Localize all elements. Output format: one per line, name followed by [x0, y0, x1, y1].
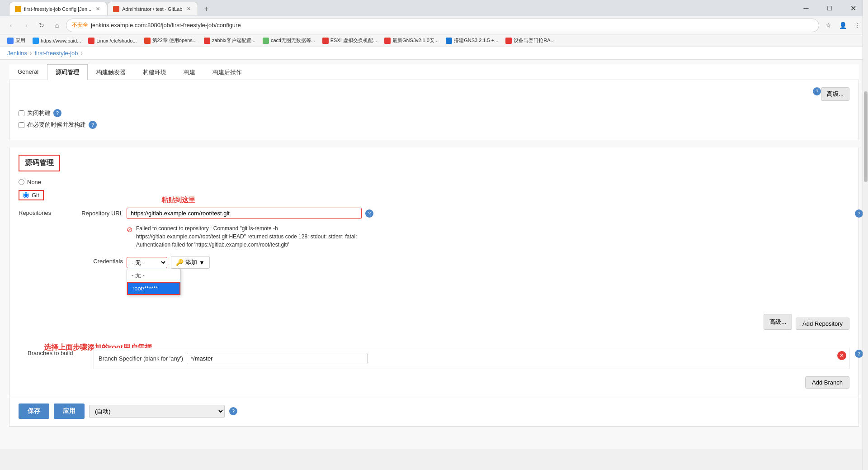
- branch-specifier-input[interactable]: [187, 353, 368, 364]
- gns3-2-icon: [446, 38, 452, 44]
- bookmark-esxi[interactable]: ESXI 虚拟交换机配...: [320, 36, 380, 45]
- branch-specifier-label: Branch Specifier (blank for 'any'): [99, 355, 183, 362]
- breadcrumb-jenkins[interactable]: Jenkins: [7, 50, 27, 57]
- advanced-top-button[interactable]: 高级...: [821, 87, 849, 101]
- git-radio-box: Git: [19, 190, 44, 200]
- bookmark-apps[interactable]: 应用: [5, 36, 28, 45]
- tab-jenkins-close[interactable]: ✕: [94, 5, 101, 13]
- bookmarks-button[interactable]: ☆: [822, 19, 835, 32]
- tab-jenkins-title: first-freestyle-job Config [Jen...: [24, 6, 91, 12]
- menu-button[interactable]: ⋮: [851, 19, 863, 32]
- error-box: ⊘ Failed to connect to repository : Comm…: [127, 222, 371, 252]
- close-build-help-icon[interactable]: ?: [53, 109, 61, 117]
- breadcrumb-job[interactable]: first-freestyle-job: [34, 50, 78, 57]
- credentials-dropdown: - 无 - root/******: [127, 269, 181, 295]
- bookmark-huawei[interactable]: 设备与赛门抢RA...: [503, 36, 557, 45]
- repo-url-help-icon[interactable]: ?: [365, 209, 373, 218]
- scrollbar-thumb[interactable]: [864, 91, 868, 182]
- tab-general[interactable]: General: [9, 64, 47, 80]
- branch-row: ✕ Branch Specifier (blank for 'any'): [94, 348, 849, 369]
- key-icon: 🔑: [176, 259, 184, 266]
- tab-gitlab-close[interactable]: ✕: [185, 5, 192, 13]
- scrollbar[interactable]: [863, 0, 868, 470]
- maximize-button[interactable]: □: [819, 1, 840, 15]
- jenkins-favicon: [15, 6, 21, 12]
- gns3-icon: [384, 38, 391, 44]
- branches-help-icon[interactable]: ?: [855, 350, 863, 358]
- repositories-label: Repositories: [19, 208, 64, 216]
- breadcrumb-sep2: ›: [81, 50, 83, 57]
- bookmark-gns3-2[interactable]: 搭建GNS3 2.1.5 +...: [443, 36, 501, 45]
- forward-button[interactable]: ›: [20, 19, 33, 32]
- auto-help-icon[interactable]: ?: [229, 407, 237, 415]
- profile-button[interactable]: 👤: [836, 19, 849, 32]
- tab-jenkins[interactable]: first-freestyle-job Config [Jen... ✕: [9, 2, 107, 15]
- concurrent-build-row: 在必要的时候并发构建 ?: [19, 121, 849, 129]
- tab-post-build[interactable]: 构建后操作: [204, 64, 250, 80]
- bookmark-cacti[interactable]: cacti无图无数据等...: [260, 36, 318, 45]
- credentials-root-option[interactable]: root/******: [127, 282, 180, 295]
- gitlab-favicon: [113, 6, 119, 12]
- add-dropdown-arrow: ▼: [199, 259, 205, 266]
- minimize-button[interactable]: ─: [796, 1, 816, 15]
- git-radio-item[interactable]: Git: [19, 190, 849, 200]
- bookmarks-bar: 应用 https://www.baid... Linux /etc/shado.…: [0, 34, 868, 47]
- esxi-icon: [322, 38, 329, 44]
- tab-env[interactable]: 构建环境: [134, 64, 175, 80]
- concurrent-build-checkbox[interactable]: [19, 122, 24, 128]
- branches-label: Branches to build: [28, 348, 86, 356]
- close-button[interactable]: ✕: [843, 1, 863, 15]
- credentials-add-button[interactable]: 🔑 添加 ▼: [171, 256, 210, 269]
- auto-select[interactable]: (自动): [89, 405, 225, 418]
- openssh-icon: [144, 38, 151, 44]
- breadcrumb-sep1: ›: [30, 50, 32, 57]
- back-button[interactable]: ‹: [5, 19, 17, 32]
- credentials-select[interactable]: - 无 -: [127, 257, 167, 268]
- bookmark-baidu[interactable]: https://www.baid...: [30, 37, 84, 45]
- credentials-row: - 无 - 🔑 添加 ▼: [127, 256, 210, 269]
- tab-gitlab[interactable]: Administrator / test · GitLab ✕: [107, 2, 198, 15]
- remove-branch-button[interactable]: ✕: [837, 351, 846, 360]
- reload-button[interactable]: ↻: [35, 19, 48, 32]
- new-tab-button[interactable]: +: [200, 3, 212, 15]
- cacti-icon: [263, 38, 269, 44]
- add-repository-button[interactable]: Add Repository: [796, 318, 849, 330]
- scm-header: 源码管理: [19, 155, 60, 171]
- home-button[interactable]: ⌂: [51, 19, 63, 32]
- save-button[interactable]: 保存: [19, 404, 49, 419]
- advanced-repo-button[interactable]: 高级...: [764, 314, 792, 330]
- repositories-help-icon[interactable]: ?: [855, 209, 863, 218]
- none-radio-item[interactable]: None: [19, 179, 849, 185]
- repo-url-input[interactable]: [127, 208, 362, 219]
- linux-icon: [88, 38, 94, 44]
- tab-triggers[interactable]: 构建触发器: [88, 64, 134, 80]
- bookmark-zabbix[interactable]: zabbix客户端配置...: [201, 36, 258, 45]
- baidu-icon: [33, 38, 39, 44]
- none-radio[interactable]: [19, 179, 24, 185]
- concurrent-build-label: 在必要的时候并发构建: [27, 121, 86, 129]
- none-label: None: [27, 179, 41, 185]
- git-radio[interactable]: [23, 192, 29, 198]
- apply-button[interactable]: 应用: [54, 404, 85, 419]
- bookmark-openssh[interactable]: 第22章 使用opens...: [142, 36, 199, 45]
- repo-url-label: Repository URL: [71, 210, 123, 217]
- address-bar[interactable]: 不安全 jenkins.example.com:8080/job/first-f…: [66, 19, 819, 32]
- security-warning: 不安全: [72, 21, 88, 29]
- concurrent-build-help-icon[interactable]: ?: [89, 121, 97, 129]
- close-build-label: 关闭构建: [27, 109, 51, 117]
- credentials-label: Credentials: [71, 256, 123, 265]
- advanced-top-help-icon[interactable]: ?: [813, 87, 821, 95]
- add-branch-button[interactable]: Add Branch: [805, 376, 849, 389]
- bookmark-linux[interactable]: Linux /etc/shado...: [85, 37, 139, 45]
- close-build-row: 关闭构建 ?: [19, 109, 849, 117]
- tab-scm[interactable]: 源码管理: [47, 64, 88, 80]
- credentials-none-option[interactable]: - 无 -: [127, 269, 180, 282]
- error-icon: ⊘: [127, 225, 132, 234]
- tab-build[interactable]: 构建: [175, 64, 204, 80]
- apps-icon: [7, 38, 14, 44]
- scm-radio-group: None Git: [19, 179, 849, 200]
- zabbix-icon: [204, 38, 210, 44]
- bookmark-gns3[interactable]: 最新GNS3v2.1.0安...: [382, 36, 441, 45]
- close-build-checkbox[interactable]: [19, 110, 24, 116]
- tab-gitlab-title: Administrator / test · GitLab: [122, 6, 182, 12]
